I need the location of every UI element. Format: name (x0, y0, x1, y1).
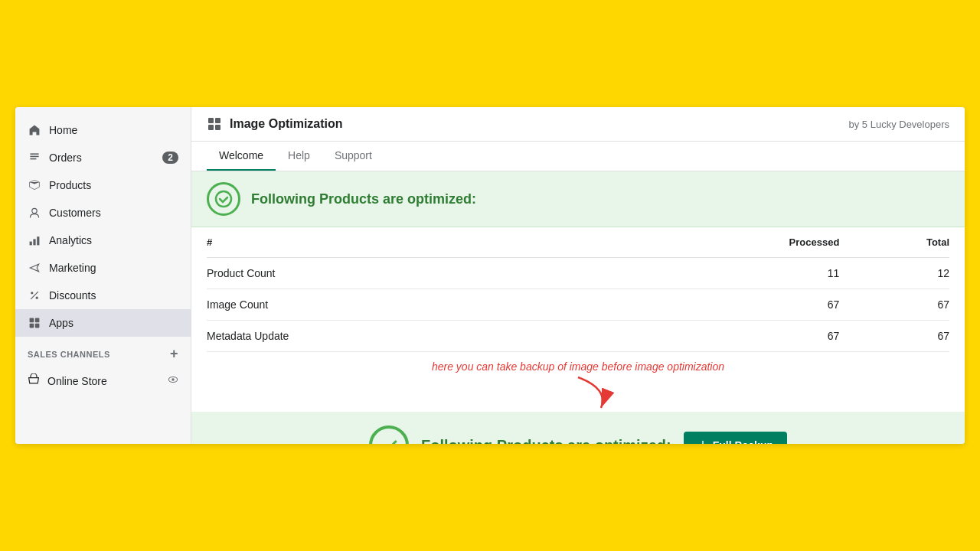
svg-rect-13 (35, 324, 40, 328)
sidebar-item-home[interactable]: Home (15, 116, 191, 144)
apps-icon (28, 316, 41, 330)
add-sales-channel-button[interactable]: + (170, 346, 178, 362)
svg-rect-18 (208, 125, 214, 130)
annotation-area: here you can take backup of image before… (191, 352, 965, 412)
bottom-green-banner: Following Products are optimized: Full B… (191, 412, 965, 444)
online-store-label: Online Store (47, 375, 107, 387)
customers-icon (28, 206, 41, 220)
svg-rect-0 (30, 153, 38, 155)
svg-point-15 (172, 378, 175, 381)
sales-channels-label: SALES CHANNELS (28, 350, 110, 359)
svg-rect-4 (30, 242, 32, 246)
sidebar-label-marketing: Marketing (49, 262, 96, 274)
sidebar-item-analytics[interactable]: Analytics (15, 227, 191, 254)
cell-name: Product Count (207, 258, 599, 289)
svg-rect-16 (208, 118, 214, 123)
full-backup-button[interactable]: Full Backup (684, 432, 787, 444)
sidebar-item-discounts[interactable]: Discounts (15, 282, 191, 309)
svg-rect-11 (35, 318, 40, 323)
sidebar-label-orders: Orders (49, 152, 82, 164)
sidebar-label-customers: Customers (49, 207, 101, 219)
svg-rect-5 (33, 239, 35, 245)
svg-rect-10 (30, 318, 34, 323)
svg-rect-6 (37, 236, 39, 245)
data-table-wrapper: # Processed Total Product Count 11 12 Im… (191, 227, 965, 352)
svg-rect-1 (30, 156, 38, 158)
sales-channels-section: SALES CHANNELS + (15, 337, 191, 367)
sidebar-label-home: Home (49, 124, 77, 136)
tab-welcome[interactable]: Welcome (207, 142, 276, 171)
sidebar-item-marketing[interactable]: Marketing (15, 254, 191, 282)
online-store-eye-button[interactable] (168, 374, 178, 387)
content-tabs: Welcome Help Support (191, 142, 965, 171)
svg-point-7 (31, 292, 33, 294)
orders-badge: 2 (162, 152, 178, 164)
analytics-icon (28, 233, 41, 247)
col-header-name: # (207, 227, 599, 258)
main-container: Home Orders 2 Products Customers (15, 107, 965, 444)
svg-rect-19 (215, 125, 220, 130)
col-header-processed: Processed (599, 227, 840, 258)
svg-rect-2 (30, 158, 36, 160)
table-row: Product Count 11 12 (207, 258, 949, 289)
col-header-total: Total (839, 227, 949, 258)
green-circle-icon-top (207, 182, 240, 216)
app-title: Image Optimization (230, 117, 848, 131)
table-row: Image Count 67 67 (207, 289, 949, 321)
tab-help[interactable]: Help (276, 142, 322, 171)
sidebar: Home Orders 2 Products Customers (15, 107, 191, 444)
arrow-svg (532, 373, 685, 412)
top-green-banner: Following Products are optimized: (191, 171, 965, 227)
green-circle-icon-bottom (369, 425, 409, 444)
annotation-text: here you can take backup of image before… (432, 360, 724, 373)
content-header: Image Optimization by 5 Lucky Developers (191, 107, 965, 142)
cell-processed: 67 (599, 289, 840, 321)
sidebar-item-customers[interactable]: Customers (15, 199, 191, 227)
marketing-icon (28, 261, 41, 275)
cell-total: 67 (839, 289, 949, 321)
orders-icon (28, 151, 41, 165)
cell-total: 12 (839, 258, 949, 289)
by-developer-text: by 5 Lucky Developers (848, 119, 949, 130)
sidebar-item-apps[interactable]: Apps (15, 309, 191, 337)
online-store-icon (28, 373, 40, 388)
svg-point-3 (32, 208, 37, 213)
sidebar-label-discounts: Discounts (49, 289, 96, 302)
content-area: Image Optimization by 5 Lucky Developers… (191, 107, 965, 444)
tab-support[interactable]: Support (322, 142, 384, 171)
svg-rect-17 (215, 118, 220, 123)
svg-rect-12 (30, 324, 34, 328)
sidebar-label-analytics: Analytics (49, 234, 92, 246)
cell-processed: 67 (599, 321, 840, 352)
home-icon (28, 123, 41, 137)
table-row: Metadata Update 67 67 (207, 321, 949, 352)
top-banner-text: Following Products are optimized: (251, 191, 476, 207)
stats-table: # Processed Total Product Count 11 12 Im… (207, 227, 949, 352)
discounts-icon (28, 289, 41, 302)
svg-point-8 (36, 297, 38, 299)
content-body: Following Products are optimized: # Proc… (191, 171, 965, 444)
cell-name: Image Count (207, 289, 599, 321)
sidebar-label-apps: Apps (49, 317, 74, 329)
products-icon (28, 178, 41, 192)
download-icon (697, 440, 708, 444)
sidebar-item-online-store[interactable]: Online Store (15, 367, 191, 395)
app-icon (207, 116, 222, 132)
cell-name: Metadata Update (207, 321, 599, 352)
full-backup-label: Full Backup (713, 439, 773, 444)
bottom-banner-text: Following Products are optimized: (421, 437, 671, 445)
cell-total: 67 (839, 321, 949, 352)
cell-processed: 11 (599, 258, 840, 289)
sidebar-label-products: Products (49, 179, 91, 191)
svg-point-20 (216, 191, 231, 207)
sidebar-item-products[interactable]: Products (15, 171, 191, 199)
sidebar-item-orders[interactable]: Orders 2 (15, 144, 191, 171)
